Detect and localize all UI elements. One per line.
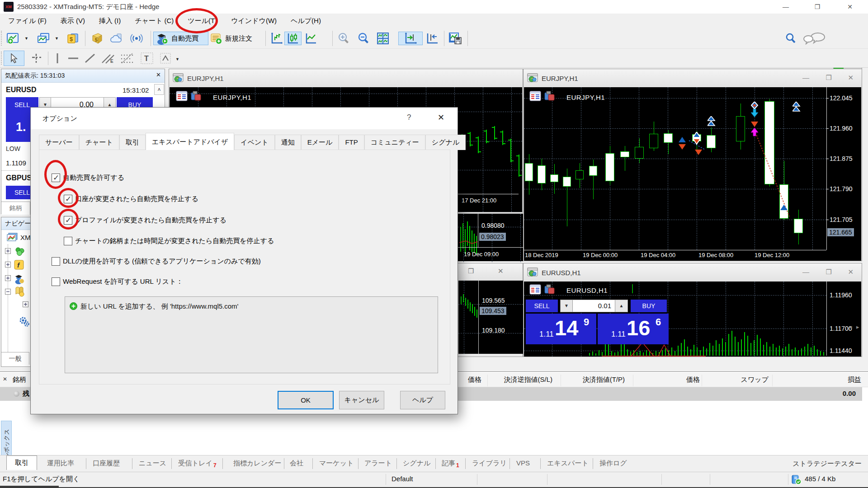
tree-expand-sub[interactable]	[23, 301, 28, 307]
options-tab-通知[interactable]: 通知	[275, 135, 301, 150]
navigator-root-item[interactable]: XM	[7, 233, 31, 242]
toolbox-tab-エキスパート[interactable]: エキスパート	[547, 459, 589, 468]
tree-collapse-scripts[interactable]	[5, 289, 11, 295]
toolbox-tab-シグナル[interactable]: シグナル	[403, 459, 430, 468]
back3-maximize-icon[interactable]: ❒	[468, 267, 474, 275]
widget-ask-panel[interactable]: 1.11166	[598, 314, 669, 344]
tree-expand-experts[interactable]	[5, 275, 11, 281]
options-tab-Eメール[interactable]: Eメール	[301, 135, 339, 150]
eurusd-close-icon[interactable]: ✕	[848, 268, 854, 276]
chat-icon[interactable]	[802, 32, 827, 45]
close-button[interactable]: ✕	[835, 0, 864, 14]
search-icon[interactable]	[783, 32, 798, 45]
toolbox-tab-運用比率[interactable]: 運用比率	[47, 459, 74, 468]
eurusd-maximize-icon[interactable]: ❒	[826, 268, 832, 276]
widget-volume-increase[interactable]: ▲	[615, 300, 628, 312]
toolbox-tab-会社[interactable]: 会社	[290, 459, 303, 468]
restore-button[interactable]: ❐	[803, 0, 832, 14]
market-watch-symbol-row[interactable]: EURUSD 15:31:02 ˄	[1, 83, 165, 97]
scroll-up-button[interactable]: ˄	[154, 84, 164, 95]
widget-bid-panel[interactable]: 1.11149	[526, 314, 596, 344]
add-url-icon[interactable]	[70, 302, 77, 310]
menu-item-4[interactable]: ツール(T)	[188, 17, 217, 25]
checkbox-5[interactable]	[52, 277, 60, 286]
toolbox-tab-操作ログ[interactable]: 操作ログ	[599, 459, 627, 468]
chart-back1-titlebar[interactable]: EURJPY,H1	[169, 69, 523, 87]
mdi-scroll-left-icon[interactable]: ◂	[849, 324, 852, 330]
zoom-in-button[interactable]	[336, 32, 351, 45]
toolbox-close-icon[interactable]: ✕	[3, 376, 7, 382]
chart-eurjpy-titlebar[interactable]: EURJPY,H1 — ❒ ✕	[524, 69, 862, 87]
dialog-close-icon[interactable]: ✕	[438, 113, 444, 122]
back3-close-icon[interactable]: ✕	[498, 267, 504, 275]
widget-sell-button[interactable]: SELL	[526, 300, 558, 312]
options-tab-コミュニティー[interactable]: コミュニティー	[364, 135, 425, 150]
options-tab-シグナル[interactable]: シグナル	[425, 135, 466, 150]
toolbox-tab-指標カレンダー[interactable]: 指標カレンダー	[233, 459, 281, 468]
toolbox-col-1[interactable]: 決済逆指値(S/L)	[504, 375, 552, 384]
zoom-out-button[interactable]	[356, 32, 371, 45]
menu-item-5[interactable]: ウインドウ(W)	[231, 17, 277, 25]
eurjpy-maximize-icon[interactable]: ❒	[826, 74, 832, 82]
help-button[interactable]: ヘルプ	[400, 391, 445, 409]
algo-trading-button[interactable]: 自動売買	[153, 32, 208, 45]
menu-item-2[interactable]: 挿入 (I)	[99, 17, 121, 25]
text-tool-button[interactable]: T	[138, 51, 156, 66]
symbol2-name[interactable]: GBPUS	[6, 174, 32, 182]
checkbox-4[interactable]	[52, 257, 60, 266]
menu-item-1[interactable]: 表示 (V)	[61, 17, 85, 25]
options-tab-エキスパートアドバイザ[interactable]: エキスパートアドバイザ	[146, 133, 235, 150]
options-tab-チャート[interactable]: チャート	[79, 135, 119, 150]
chart-eurusd-titlebar[interactable]: EURUSD,H1 — ❒ ✕	[524, 263, 862, 282]
toolbox-tab-アラート[interactable]: アラート	[364, 459, 392, 468]
chart-back3-titlebar[interactable]: ❒ ✕	[458, 263, 523, 281]
market-watch-button[interactable]: $	[65, 32, 80, 45]
toolbox-tab-マーケット[interactable]: マーケット	[319, 459, 354, 468]
tree-expand-indicators[interactable]	[5, 262, 11, 267]
cancel-button[interactable]: キャンセル	[339, 391, 384, 409]
new-chart-dropdown[interactable]: ▼	[24, 36, 28, 41]
options-dialog-titlebar[interactable]: オプション ? ✕	[31, 108, 458, 129]
toolbox-col-2[interactable]: 決済指値(T/P)	[583, 375, 625, 384]
vline-tool-button[interactable]	[51, 51, 64, 66]
dialog-help-icon[interactable]: ?	[407, 113, 411, 122]
minimize-button[interactable]: —	[771, 0, 800, 14]
options-tab-イベント[interactable]: イベント	[234, 135, 274, 150]
eurusd-minimize-icon[interactable]: —	[802, 268, 809, 276]
market-watch-close-icon[interactable]: ✕	[156, 71, 161, 78]
eurjpy-close-icon[interactable]: ✕	[848, 74, 854, 82]
checkbox-0[interactable]: ✓	[52, 174, 60, 182]
eurjpy-minimize-icon[interactable]: —	[802, 74, 809, 81]
cloud-data-button[interactable]	[109, 32, 124, 45]
signals-button[interactable]	[129, 32, 144, 45]
toolbox-col-3[interactable]: 価格	[686, 375, 700, 384]
toolbox-col-0[interactable]: 価格	[468, 375, 481, 384]
toolbox-col-5[interactable]: 損益	[848, 375, 861, 384]
toolbox-tab-ライブラリ[interactable]: ライブラリ	[472, 459, 507, 468]
checkbox-2[interactable]: ✓	[64, 216, 72, 225]
status-profile[interactable]: Default	[392, 475, 413, 483]
candlestick-mode-button[interactable]	[284, 32, 302, 45]
options-tab-サーバー[interactable]: サーバー	[39, 135, 79, 150]
history-center-button[interactable]: 5	[90, 32, 105, 45]
menu-item-0[interactable]: ファイル (F)	[8, 17, 47, 25]
new-order-button[interactable]: 新規注文	[210, 32, 262, 45]
fibonacci-tool-button[interactable]	[118, 51, 136, 66]
auto-scroll-button[interactable]	[398, 32, 423, 45]
market-watch-tab-symbols[interactable]: 銘柄	[1, 202, 30, 215]
profiles-dropdown[interactable]: ▼	[55, 36, 59, 41]
checkbox-1[interactable]: ✓	[64, 195, 72, 203]
toolbox-tab-取引[interactable]: 取引	[6, 455, 37, 470]
navigator-tab-common[interactable]: 一般	[1, 352, 29, 365]
chart-shift-button[interactable]	[425, 32, 440, 45]
toolbox-col-4[interactable]: スワップ	[741, 375, 769, 384]
widget-volume-field[interactable]: 0.01	[573, 300, 615, 312]
widget-buy-button[interactable]: BUY	[631, 300, 667, 312]
save-chart-button[interactable]	[448, 32, 463, 45]
mdi-scroll-right-icon[interactable]: ▸	[856, 324, 859, 330]
new-chart-button[interactable]	[5, 32, 20, 45]
options-tab-取引[interactable]: 取引	[119, 135, 146, 150]
toolbox-tab-口座履歴[interactable]: 口座履歴	[93, 459, 120, 468]
toolbox-col-symbol[interactable]: 銘柄	[13, 375, 26, 384]
options-tab-FTP[interactable]: FTP	[339, 135, 364, 150]
